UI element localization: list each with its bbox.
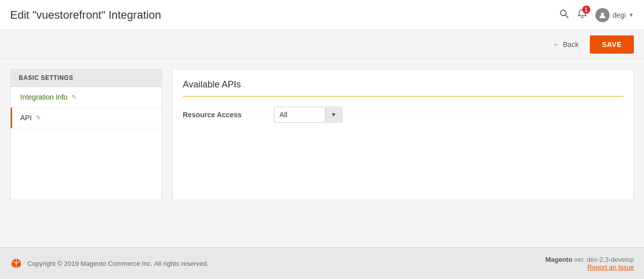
resource-access-select[interactable]: All Custom — [274, 107, 325, 122]
user-name: degi — [613, 11, 626, 19]
toolbar: ← Back Save — [0, 30, 644, 59]
back-arrow-icon: ← — [553, 40, 560, 49]
user-menu-chevron-icon: ▼ — [629, 12, 634, 18]
svg-point-0 — [560, 10, 566, 16]
back-button[interactable]: ← Back — [547, 36, 585, 53]
save-button[interactable]: Save — [590, 35, 634, 54]
notification-badge: 1 — [582, 6, 590, 14]
notification-icon[interactable]: 1 — [577, 9, 587, 21]
edit-icon: ✎ — [36, 114, 41, 121]
section-title: Available APIs — [183, 79, 623, 97]
select-arrow-button[interactable]: ▼ — [325, 108, 342, 122]
sidebar-item-label: Integration Info — [20, 93, 67, 101]
header: Edit "vuestorefront" Integration 1 degi — [0, 0, 644, 30]
page-title: Edit "vuestorefront" Integration — [10, 9, 161, 22]
resource-access-row: Resource Access All Custom ▼ — [183, 107, 623, 123]
sidebar-item-api[interactable]: API ✎ — [11, 108, 162, 128]
sidebar: BASIC SETTINGS Integration Info ✎ API ✎ — [10, 69, 162, 200]
main-content: BASIC SETTINGS Integration Info ✎ API ✎ … — [0, 59, 644, 210]
avatar — [595, 8, 610, 22]
svg-line-1 — [566, 15, 568, 18]
user-menu[interactable]: degi ▼ — [595, 8, 634, 22]
resource-access-select-wrapper: All Custom ▼ — [274, 107, 342, 123]
edit-icon: ✎ — [71, 94, 76, 101]
search-icon[interactable] — [559, 9, 569, 21]
sidebar-section-title: BASIC SETTINGS — [11, 69, 162, 87]
resource-access-label: Resource Access — [183, 111, 264, 119]
content-area: Available APIs Resource Access All Custo… — [172, 69, 634, 200]
sidebar-item-label: API — [20, 114, 32, 122]
header-actions: 1 degi ▼ — [559, 8, 634, 22]
sidebar-item-integration-info[interactable]: Integration Info ✎ — [11, 87, 162, 108]
